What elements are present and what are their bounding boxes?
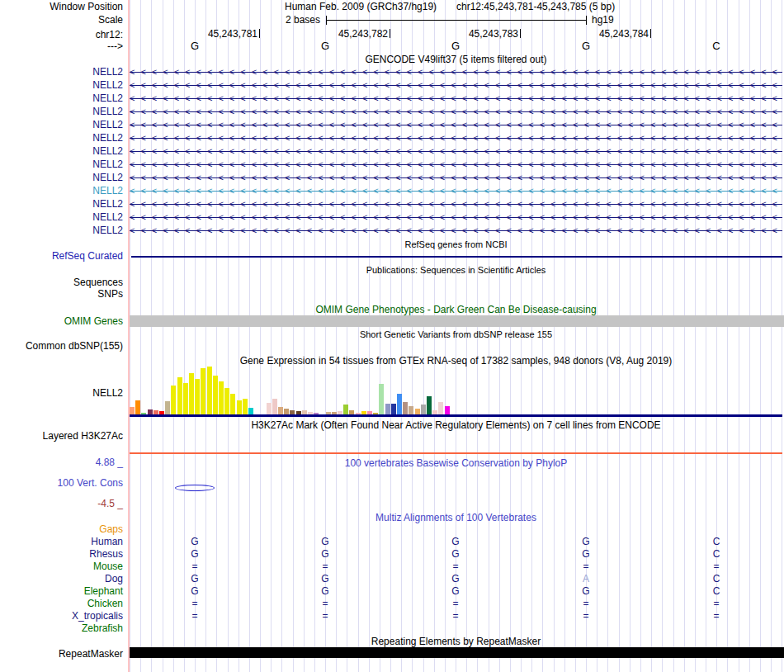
gencode-gene-label[interactable]: NELL2	[0, 185, 123, 196]
gtex-expression-bar[interactable]	[183, 383, 188, 414]
gtex-expression-bar[interactable]	[391, 404, 396, 414]
repeatmasker-track-title[interactable]: Repeating Elements by RepeatMasker	[130, 636, 782, 647]
gtex-gene-label[interactable]: NELL2	[0, 387, 123, 399]
conservation-signal-glyph[interactable]	[175, 485, 215, 491]
gtex-expression-bar[interactable]	[397, 394, 402, 414]
gencode-gene-label[interactable]: NELL2	[0, 172, 123, 183]
gtex-expression-bar[interactable]	[243, 399, 248, 414]
gencode-transcript-row[interactable]: <<<<<<<<<<<<<<<<<<<<<<<<<<<<<<<<<<<<<<<<…	[130, 159, 782, 170]
gencode-transcript-row[interactable]: <<<<<<<<<<<<<<<<<<<<<<<<<<<<<<<<<<<<<<<<…	[130, 67, 782, 78]
omim-gene-bar[interactable]	[130, 315, 784, 327]
gencode-transcript-row[interactable]: <<<<<<<<<<<<<<<<<<<<<<<<<<<<<<<<<<<<<<<<…	[130, 133, 782, 144]
gtex-expression-bar[interactable]	[195, 379, 200, 414]
gencode-transcript-row[interactable]: <<<<<<<<<<<<<<<<<<<<<<<<<<<<<<<<<<<<<<<<…	[130, 225, 782, 236]
multiz-species-label[interactable]: X_tropicalis	[0, 610, 123, 622]
gencode-gene-label[interactable]: NELL2	[0, 66, 123, 78]
gtex-expression-bar[interactable]	[284, 409, 289, 414]
refseq-gene-line[interactable]	[131, 256, 782, 258]
coordinate-tick	[650, 29, 651, 38]
gtex-expression-bar[interactable]	[201, 368, 205, 414]
gtex-expression-bar[interactable]	[189, 373, 194, 414]
multiz-alignment-base: G	[582, 548, 589, 560]
phylop-track-title[interactable]: 100 vertebrates Basewise Conservation by…	[130, 457, 782, 469]
gtex-expression-bar[interactable]	[213, 376, 218, 414]
gencode-transcript-row[interactable]: <<<<<<<<<<<<<<<<<<<<<<<<<<<<<<<<<<<<<<<<…	[130, 212, 782, 223]
h3k27ac-track-title[interactable]: H3K27Ac Mark (Often Found Near Active Re…	[130, 419, 782, 431]
snps-label[interactable]: SNPs	[0, 288, 123, 300]
gtex-expression-bar[interactable]	[385, 404, 390, 414]
gencode-transcript-row[interactable]: <<<<<<<<<<<<<<<<<<<<<<<<<<<<<<<<<<<<<<<<…	[130, 173, 782, 183]
repeatmasker-element-bar[interactable]	[130, 647, 784, 658]
gtex-expression-bar[interactable]	[343, 405, 348, 414]
multiz-species-label[interactable]: Zebrafish	[0, 622, 123, 634]
refseq-curated-label[interactable]: RefSeq Curated	[0, 250, 123, 262]
omim-track-title[interactable]: OMIM Gene Phenotypes - Dark Green Can Be…	[130, 304, 782, 315]
base-letter: G	[451, 40, 460, 52]
gtex-expression-bar[interactable]	[278, 407, 283, 414]
gtex-expression-bar[interactable]	[237, 400, 242, 414]
gencode-gene-label[interactable]: NELL2	[0, 145, 123, 157]
gtex-expression-bar[interactable]	[224, 388, 229, 414]
gencode-gene-label[interactable]: NELL2	[0, 92, 123, 104]
multiz-species-label[interactable]: Rhesus	[0, 548, 123, 560]
sequences-label[interactable]: Sequences	[0, 277, 123, 288]
multiz-species-label[interactable]: Dog	[0, 573, 123, 584]
gtex-expression-bar[interactable]	[177, 377, 182, 414]
scale-ruler-tick-right	[586, 16, 587, 25]
position-text: chr12:45,243,781-45,243,785 (5 bp)	[456, 1, 615, 12]
gencode-gene-label[interactable]: NELL2	[0, 79, 123, 91]
multiz-species-label[interactable]: Chicken	[0, 598, 123, 609]
gencode-transcript-row[interactable]: <<<<<<<<<<<<<<<<<<<<<<<<<<<<<<<<<<<<<<<<…	[130, 93, 782, 104]
gencode-transcript-row[interactable]: <<<<<<<<<<<<<<<<<<<<<<<<<<<<<<<<<<<<<<<<…	[130, 199, 782, 210]
gtex-expression-bar[interactable]	[403, 402, 408, 414]
repeatmasker-label[interactable]: RepeatMasker	[0, 648, 123, 660]
gencode-transcript-row[interactable]: <<<<<<<<<<<<<<<<<<<<<<<<<<<<<<<<<<<<<<<<…	[130, 106, 782, 117]
gencode-gene-label[interactable]: NELL2	[0, 132, 123, 144]
layered-h3k27ac-label[interactable]: Layered H3K27Ac	[0, 430, 123, 442]
gencode-gene-label[interactable]: NELL2	[0, 106, 123, 117]
gencode-gene-label[interactable]: NELL2	[0, 211, 123, 223]
gtex-expression-bar[interactable]	[165, 401, 170, 414]
gencode-gene-label[interactable]: NELL2	[0, 198, 123, 210]
gtex-expression-bar[interactable]	[207, 367, 212, 414]
multiz-species-label[interactable]: Human	[0, 536, 123, 547]
gencode-gene-label[interactable]: NELL2	[0, 119, 123, 130]
omim-genes-label[interactable]: OMIM Genes	[0, 315, 123, 327]
gtex-expression-bar[interactable]	[230, 394, 235, 414]
gtex-expression-bar[interactable]	[438, 402, 443, 414]
gtex-expression-bar[interactable]	[248, 408, 253, 414]
gtex-expression-bar[interactable]	[219, 381, 224, 414]
gtex-expression-bar[interactable]	[427, 396, 432, 414]
chromosome-label: chr12:	[0, 29, 123, 40]
multiz-alignment-base: G	[582, 536, 589, 547]
refseq-track-title[interactable]: RefSeq genes from NCBI	[130, 239, 782, 250]
gtex-expression-bar[interactable]	[135, 400, 140, 414]
gencode-transcript-row[interactable]: <<<<<<<<<<<<<<<<<<<<<<<<<<<<<<<<<<<<<<<<…	[130, 120, 782, 130]
gencode-track-title[interactable]: GENCODE V49lift37 (5 items filtered out)	[130, 54, 782, 65]
gencode-transcript-row[interactable]: <<<<<<<<<<<<<<<<<<<<<<<<<<<<<<<<<<<<<<<<…	[130, 80, 782, 91]
gtex-expression-bar[interactable]	[130, 407, 135, 414]
conservation-track-label[interactable]: 100 Vert. Cons	[0, 477, 123, 489]
gencode-transcript-row[interactable]: <<<<<<<<<<<<<<<<<<<<<<<<<<<<<<<<<<<<<<<<…	[130, 186, 782, 196]
multiz-species-label[interactable]: Elephant	[0, 585, 123, 597]
multiz-species-label[interactable]: Gaps	[0, 523, 123, 535]
gtex-expression-bar[interactable]	[272, 399, 277, 414]
gtex-expression-bar[interactable]	[445, 406, 450, 414]
multiz-species-label[interactable]: Mouse	[0, 561, 123, 572]
gtex-track-title[interactable]: Gene Expression in 54 tissues from GTEx …	[130, 355, 782, 367]
dbsnp-track-title[interactable]: Short Genetic Variants from dbSNP releas…	[130, 329, 782, 340]
multiz-track-title[interactable]: Multiz Alignments of 100 Vertebrates	[130, 512, 782, 523]
gencode-gene-label[interactable]: NELL2	[0, 225, 123, 236]
gencode-transcript-row[interactable]: <<<<<<<<<<<<<<<<<<<<<<<<<<<<<<<<<<<<<<<<…	[130, 146, 782, 157]
common-dbsnp-label[interactable]: Common dbSNP(155)	[0, 340, 123, 352]
publications-track-title[interactable]: Publications: Sequences in Scientific Ar…	[130, 264, 782, 276]
gtex-expression-bar[interactable]	[421, 405, 426, 414]
gtex-expression-bar[interactable]	[415, 409, 420, 414]
gtex-expression-bar[interactable]	[171, 386, 176, 414]
h3k27ac-signal-line[interactable]	[130, 452, 782, 454]
multiz-alignment-base: C	[713, 536, 720, 547]
gtex-expression-bar[interactable]	[409, 406, 413, 414]
gtex-expression-bar[interactable]	[379, 384, 384, 414]
gtex-expression-bar[interactable]	[267, 403, 272, 414]
gencode-gene-label[interactable]: NELL2	[0, 159, 123, 170]
